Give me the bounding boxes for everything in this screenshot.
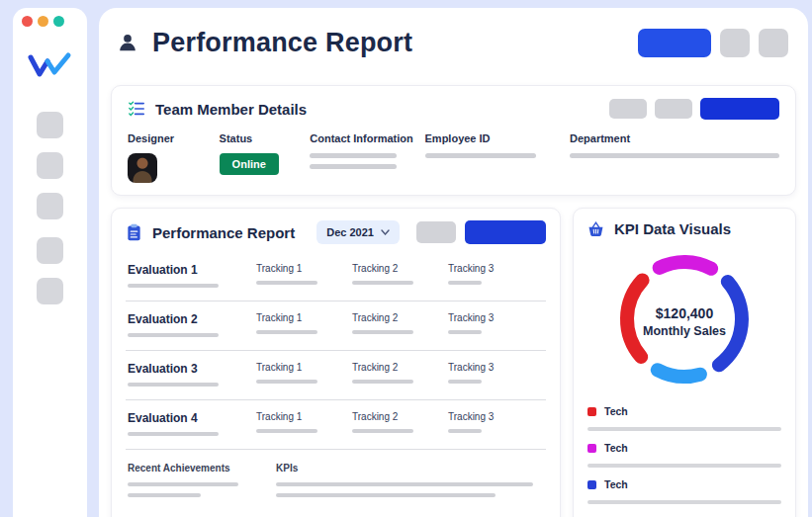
tracking-label: Tracking 3 — [448, 362, 544, 373]
tracking-label: Tracking 2 — [352, 411, 448, 422]
evaluation-name: Evaluation 1 — [128, 263, 256, 277]
header-primary-button[interactable] — [638, 29, 711, 57]
text-placeholder — [256, 380, 317, 384]
tracking-label: Tracking 2 — [352, 362, 448, 373]
text-placeholder — [425, 153, 536, 158]
donut-chart: $120,400 Monthly Sales — [610, 245, 759, 397]
tracking-label: Tracking 3 — [448, 411, 544, 422]
window-minimize-dot[interactable] — [38, 16, 48, 27]
window-close-dot[interactable] — [22, 16, 33, 27]
field-label-status: Status — [220, 132, 311, 144]
legend-item: Tech — [587, 442, 781, 468]
tracking-label: Tracking 1 — [256, 312, 352, 323]
team-member-details-card: Team Member Details Designer Status Onli… — [111, 85, 796, 196]
donut-center-label: Monthly Sales — [643, 324, 726, 338]
kpi-data-visuals-card: KPI Data Visuals $120,400 Monthly Sales — [573, 208, 796, 517]
text-placeholder — [587, 427, 781, 431]
status-badge[interactable]: Online — [220, 153, 279, 175]
kpi-card-title: KPI Data Visuals — [614, 220, 731, 237]
text-placeholder — [310, 153, 397, 158]
table-row: Evaluation 2 Tracking 1 Tracking 2 Track… — [126, 302, 546, 351]
basket-icon — [587, 220, 604, 237]
text-placeholder — [256, 330, 317, 334]
text-placeholder — [128, 383, 219, 387]
text-placeholder — [128, 482, 238, 486]
period-select[interactable]: Dec 2021 — [316, 220, 400, 244]
checklist-icon — [128, 100, 145, 118]
tracking-label: Tracking 1 — [256, 263, 352, 274]
text-placeholder — [570, 153, 779, 158]
legend-swatch-red — [587, 407, 596, 416]
clipboard-icon — [126, 223, 142, 241]
text-placeholder — [587, 500, 781, 504]
sidebar-menu-placeholder[interactable] — [37, 112, 63, 138]
app-window: Performance Report Team Member Details — [0, 0, 812, 517]
legend-label: Tech — [604, 442, 628, 454]
text-placeholder — [352, 429, 413, 433]
text-placeholder — [352, 330, 413, 334]
tracking-label: Tracking 2 — [352, 312, 448, 323]
tracking-label: Tracking 3 — [448, 312, 544, 323]
donut-center-text: $120,400 Monthly Sales — [610, 245, 759, 397]
report-footer: Recent Achievements KPIs — [126, 463, 546, 497]
field-label-contact: Contact Information — [310, 132, 424, 144]
tracking-label: Tracking 1 — [256, 362, 352, 373]
text-placeholder — [128, 493, 201, 497]
text-placeholder — [128, 333, 219, 337]
team-card-action-button[interactable] — [655, 99, 692, 119]
text-placeholder — [128, 432, 219, 436]
chart-legend: Tech Tech Tech — [587, 405, 781, 517]
window-controls — [13, 8, 87, 27]
text-placeholder — [352, 380, 413, 384]
legend-label: Tech — [604, 405, 628, 417]
report-secondary-button[interactable] — [416, 221, 456, 243]
table-row: Evaluation 4 Tracking 1 Tracking 2 Track… — [126, 400, 546, 450]
evaluation-name: Evaluation 3 — [128, 362, 256, 376]
text-placeholder — [276, 493, 496, 497]
text-placeholder — [276, 482, 533, 486]
achievements-label: Recent Achievements — [128, 463, 276, 474]
text-placeholder — [256, 281, 317, 285]
report-card-title: Performance Report — [152, 224, 295, 241]
table-row: Evaluation 3 Tracking 1 Tracking 2 Track… — [126, 351, 546, 400]
legend-swatch-magenta — [587, 444, 596, 453]
tracking-label: Tracking 3 — [448, 263, 544, 274]
sidebar-menu-placeholder[interactable] — [37, 278, 63, 304]
period-select-value: Dec 2021 — [326, 226, 374, 238]
text-placeholder — [448, 380, 482, 384]
header-actions — [638, 29, 788, 57]
text-placeholder — [448, 281, 482, 285]
text-placeholder — [310, 164, 397, 169]
donut-center-value: $120,400 — [656, 305, 713, 321]
legend-swatch-blue — [587, 480, 596, 489]
team-card-title: Team Member Details — [155, 101, 307, 118]
report-primary-button[interactable] — [465, 220, 546, 244]
field-label-employee-id: Employee ID — [425, 132, 570, 144]
tracking-label: Tracking 1 — [256, 411, 352, 422]
page-header: Performance Report — [111, 8, 796, 77]
performance-report-card: Performance Report Dec 2021 Evaluation 1… — [111, 208, 561, 517]
tracking-label: Tracking 2 — [352, 263, 448, 274]
text-placeholder — [256, 429, 317, 433]
kpis-label: KPIs — [276, 463, 544, 474]
team-card-action-button[interactable] — [609, 99, 647, 119]
header-tertiary-button[interactable] — [759, 29, 788, 57]
header-secondary-button[interactable] — [720, 29, 750, 57]
team-card-primary-button[interactable] — [700, 98, 779, 120]
legend-item: Tech — [587, 405, 781, 431]
sidebar-menu-placeholder[interactable] — [37, 237, 63, 264]
sidebar-menu-placeholder[interactable] — [37, 152, 63, 179]
sidebar-menu-placeholder[interactable] — [37, 193, 63, 219]
chevron-down-icon — [381, 229, 390, 235]
page-title: Performance Report — [152, 28, 412, 58]
evaluation-name: Evaluation 2 — [128, 312, 256, 326]
legend-label: Tech — [604, 478, 628, 490]
text-placeholder — [587, 464, 781, 468]
field-label-department: Department — [570, 132, 779, 144]
avatar — [128, 153, 157, 183]
sidebar — [13, 8, 87, 517]
brand-logo-icon — [27, 50, 72, 80]
text-placeholder — [448, 330, 482, 334]
text-placeholder — [128, 284, 219, 288]
window-expand-dot[interactable] — [53, 16, 64, 27]
